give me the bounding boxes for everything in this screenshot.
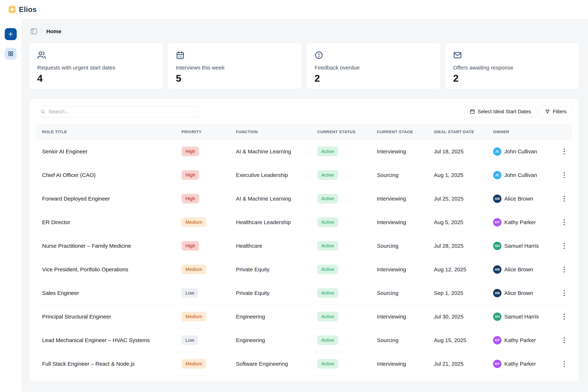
filters-label: Filters xyxy=(553,109,566,114)
apps-grid-button[interactable] xyxy=(5,48,17,60)
function-cell: Executive Leadership xyxy=(230,172,312,178)
mail-icon xyxy=(453,51,462,60)
calendar-icon xyxy=(176,51,184,60)
function-cell: Engineering xyxy=(230,314,312,320)
table-row[interactable]: Chief AI Officer (CAO) High Executive Le… xyxy=(36,163,572,187)
stat-cards: Requests with urgent start dates 4 Inter… xyxy=(29,43,579,89)
owner-avatar: KP xyxy=(493,360,502,368)
owner-cell: KP Kathy Parker xyxy=(487,360,556,368)
table-row[interactable]: Full Stack Engineer – React & Node.js Me… xyxy=(36,352,572,376)
stat-label: Offers awaiting response xyxy=(453,64,571,71)
owner-avatar: JC xyxy=(493,171,502,179)
stat-label: Interviews this week xyxy=(176,64,294,71)
status-cell: Active xyxy=(312,147,371,156)
row-actions-menu-button[interactable] xyxy=(556,240,572,251)
table-row[interactable]: Nurse Practitioner – Family Medicine Hig… xyxy=(36,234,572,258)
priority-cell: Medium xyxy=(176,359,230,368)
column-header-priority: PRIORITY xyxy=(176,130,230,134)
column-header-ideal-start-date: IDEAL START DATE xyxy=(428,130,487,134)
status-cell: Active xyxy=(312,312,371,322)
filter-funnel-icon xyxy=(545,109,550,114)
priority-badge: Medium xyxy=(182,264,206,274)
table-row[interactable]: Forward Deployed Engineer High AI & Mach… xyxy=(36,187,572,210)
stat-value: 2 xyxy=(453,72,571,84)
table-row[interactable]: ER Director Medium Healthcare Leadership… xyxy=(36,210,572,234)
row-actions-menu-button[interactable] xyxy=(556,146,572,157)
stage-cell: Interviewing xyxy=(371,361,428,367)
function-cell: Healthcare xyxy=(230,243,312,249)
owner-cell: SH Samuel Harris xyxy=(487,312,556,321)
column-header-function: FUNCTION xyxy=(230,130,312,134)
stat-label: Requests with urgent start dates xyxy=(37,64,155,71)
role-title-cell: Chief AI Officer (CAO) xyxy=(36,172,176,178)
search-input[interactable] xyxy=(36,106,200,117)
select-ideal-start-dates-button[interactable]: Select Ideal Start Dates xyxy=(464,106,536,117)
role-title-cell: Full Stack Engineer – React & Node.js xyxy=(36,361,176,367)
row-actions-menu-button[interactable] xyxy=(556,311,572,322)
owner-name: Samuel Harris xyxy=(504,314,539,320)
owner-cell: KP Kathy Parker xyxy=(487,336,556,344)
left-rail xyxy=(0,19,22,392)
calendar-small-icon xyxy=(470,109,475,114)
row-actions-menu-button[interactable] xyxy=(556,193,572,204)
row-actions-menu-button[interactable] xyxy=(556,264,572,275)
owner-name: Alice Brown xyxy=(504,196,533,202)
stat-card-interviews: Interviews this week 5 xyxy=(168,43,302,89)
table-toolbar: Select Ideal Start Dates Filters xyxy=(30,99,579,124)
ideal-start-date-cell: Jul 18, 2025 xyxy=(428,148,487,154)
priority-badge: High xyxy=(182,147,199,156)
status-badge: Active xyxy=(317,359,338,368)
column-header-current-stage: CURRENT STAGE xyxy=(371,130,428,134)
owner-name: Kathy Parker xyxy=(504,219,536,226)
row-actions-menu-button[interactable] xyxy=(556,170,572,180)
alert-circle-icon xyxy=(314,51,323,60)
row-actions-menu-button[interactable] xyxy=(556,358,572,369)
row-actions-menu-button[interactable] xyxy=(556,335,572,346)
stage-cell: Interviewing xyxy=(371,266,428,272)
owner-avatar: AB xyxy=(493,194,502,203)
stat-value: 4 xyxy=(37,72,155,84)
status-badge: Active xyxy=(317,264,338,274)
column-header-role-title: ROLE TITLE xyxy=(36,130,176,134)
stat-card-offers-awaiting: Offers awaiting response 2 xyxy=(445,43,579,89)
function-cell: Software Engineering xyxy=(230,361,312,367)
elios-sunburst-icon xyxy=(8,5,16,14)
top-bar: Elios xyxy=(0,0,588,19)
owner-avatar: AB xyxy=(493,265,502,274)
table-row[interactable]: Principal Structural Engineer Medium Eng… xyxy=(36,305,572,328)
owner-cell: SH Samuel Harris xyxy=(487,242,556,250)
table-row[interactable]: Lead Mechanical Engineer – HVAC Systems … xyxy=(36,328,572,352)
table-row[interactable]: Vice President, Portfolio Operations Med… xyxy=(36,258,572,281)
table-row[interactable]: Sales Engineer Low Private Equity Active… xyxy=(36,281,572,305)
owner-avatar: AB xyxy=(493,289,502,297)
create-new-button[interactable] xyxy=(5,28,17,40)
stat-label: Feedback overdue xyxy=(314,64,432,71)
status-badge: Active xyxy=(317,147,338,156)
owner-avatar: SH xyxy=(493,312,502,321)
priority-badge: Low xyxy=(182,336,198,345)
priority-cell: Medium xyxy=(176,312,230,322)
status-cell: Active xyxy=(312,288,371,298)
sidebar-toggle-button[interactable] xyxy=(30,28,38,35)
owner-name: Samuel Harris xyxy=(504,243,539,249)
role-title-cell: Vice President, Portfolio Operations xyxy=(36,266,176,272)
row-actions-menu-button[interactable] xyxy=(556,288,572,298)
table-row[interactable]: Senior AI Engineer High AI & Machine Lea… xyxy=(36,140,572,163)
row-actions-menu-button[interactable] xyxy=(556,217,572,228)
grid-icon xyxy=(8,51,14,56)
role-title-cell: Nurse Practitioner – Family Medicine xyxy=(36,243,176,249)
table-body: Senior AI Engineer High AI & Machine Lea… xyxy=(36,140,572,376)
status-badge: Active xyxy=(317,288,338,298)
status-cell: Active xyxy=(312,336,371,345)
priority-cell: High xyxy=(176,147,230,156)
filters-button[interactable]: Filters xyxy=(540,106,572,117)
function-cell: AI & Machine Learning xyxy=(230,196,312,202)
owner-cell: AB Alice Brown xyxy=(487,265,556,274)
ideal-start-date-cell: Jul 28, 2025 xyxy=(428,243,487,249)
owner-name: Kathy Parker xyxy=(504,337,536,343)
owner-name: John Cullivan xyxy=(504,148,537,154)
owner-name: Alice Brown xyxy=(504,290,533,296)
column-header-owner: OWNER xyxy=(487,130,556,134)
status-badge: Active xyxy=(317,170,338,180)
owner-cell: JC John Cullivan xyxy=(487,171,556,179)
